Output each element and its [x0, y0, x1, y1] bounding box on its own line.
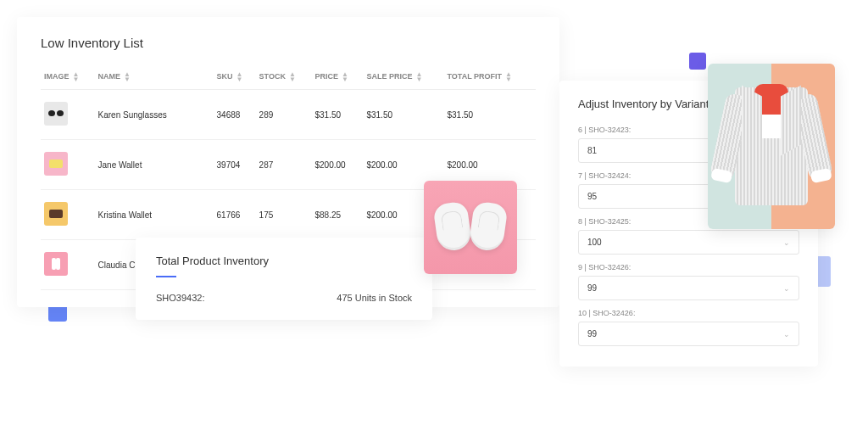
cell-name: Jane Wallet: [95, 140, 214, 190]
variant-select[interactable]: 99 ⌄: [578, 322, 799, 346]
product-thumb-icon: [44, 252, 68, 276]
divider-accent: [156, 276, 176, 277]
cell-price: $31.50: [311, 90, 363, 140]
variant-select[interactable]: 100 ⌄: [578, 230, 799, 255]
table-row[interactable]: Karen Sunglasses 34688 289 $31.50 $31.50…: [41, 90, 536, 140]
card-title: Total Product Inventory: [156, 255, 412, 267]
sort-icon: ▲▼: [342, 72, 348, 82]
cell-name: Kristina Wallet: [95, 190, 214, 240]
chevron-down-icon: ⌄: [783, 284, 790, 293]
sort-icon: ▲▼: [124, 72, 131, 82]
sort-icon: ▲▼: [289, 72, 296, 82]
cell-price: $88.25: [311, 190, 363, 240]
decorative-square: [689, 53, 706, 70]
cell-sku: 61766: [214, 190, 256, 240]
sort-icon: ▲▼: [236, 72, 243, 82]
shoe-icon: [468, 200, 508, 252]
total-inventory-card: Total Product Inventory SHO39432: 475 Un…: [136, 238, 432, 320]
cell-sku: 34688: [214, 90, 256, 140]
col-stock[interactable]: STOCK▲▼: [256, 65, 312, 90]
col-price[interactable]: PRICE▲▼: [311, 65, 363, 90]
product-thumb-icon: [44, 102, 68, 126]
card-title: Low Inventory List: [41, 36, 536, 50]
variant-label: 10 | SHO-32426:: [578, 309, 799, 317]
cell-stock: 287: [256, 140, 312, 190]
cell-name: Karen Sunglasses: [95, 90, 214, 140]
col-name[interactable]: NAME▲▼: [95, 65, 214, 90]
variant-value: 99: [587, 283, 597, 293]
cell-profit: $31.50: [443, 90, 536, 140]
col-sale-price[interactable]: SALE PRICE▲▼: [363, 65, 443, 90]
variant-select[interactable]: 99 ⌄: [578, 276, 799, 300]
sort-icon: ▲▼: [415, 72, 422, 82]
cell-stock: 289: [256, 90, 312, 140]
product-thumb-icon: [44, 152, 68, 176]
cell-sale: $31.50: [363, 90, 443, 140]
variant-value: 99: [587, 329, 597, 339]
variant-value: 95: [587, 192, 597, 201]
sort-icon: ▲▼: [505, 72, 512, 82]
chevron-down-icon: ⌄: [783, 238, 790, 247]
col-sku[interactable]: SKU▲▼: [214, 65, 256, 90]
cell-stock: 175: [256, 190, 312, 240]
cell-sku: 39704: [214, 140, 256, 190]
product-image-blazer: [708, 64, 835, 229]
col-total-profit[interactable]: TOTAL PROFIT▲▼: [443, 65, 536, 90]
chevron-down-icon: ⌄: [783, 330, 790, 339]
variant-label: 9 | SHO-32426:: [578, 263, 799, 271]
total-stock-text: 475 Units in Stock: [337, 293, 412, 303]
cell-price: $200.00: [311, 140, 363, 190]
shoe-icon: [432, 200, 472, 252]
variant-value: 100: [587, 238, 602, 247]
sort-icon: ▲▼: [73, 72, 80, 82]
variant-value: 81: [587, 146, 597, 155]
product-thumb-icon: [44, 202, 68, 226]
product-image-shoes: [424, 181, 517, 274]
col-image[interactable]: IMAGE▲▼: [41, 65, 95, 90]
total-sku-label: SHO39432:: [156, 293, 204, 303]
